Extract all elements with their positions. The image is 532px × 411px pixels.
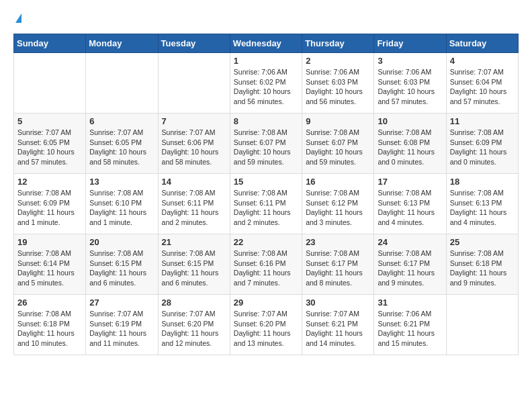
calendar-cell: 5Sunrise: 7:07 AM Sunset: 6:05 PM Daylig… <box>14 113 86 174</box>
day-info: Sunrise: 7:08 AM Sunset: 6:14 PM Dayligh… <box>17 248 82 288</box>
day-number: 7 <box>162 116 226 126</box>
day-number: 11 <box>450 116 515 126</box>
calendar-cell: 6Sunrise: 7:07 AM Sunset: 6:05 PM Daylig… <box>86 113 158 174</box>
day-number: 3 <box>378 56 442 66</box>
calendar-cell: 23Sunrise: 7:08 AM Sunset: 6:17 PM Dayli… <box>302 234 374 295</box>
weekday-header-row: SundayMondayTuesdayWednesdayThursdayFrid… <box>14 34 519 53</box>
day-info: Sunrise: 7:08 AM Sunset: 6:10 PM Dayligh… <box>89 188 154 228</box>
day-info: Sunrise: 7:08 AM Sunset: 6:09 PM Dayligh… <box>17 188 82 228</box>
calendar-cell: 16Sunrise: 7:08 AM Sunset: 6:12 PM Dayli… <box>302 174 374 234</box>
calendar-cell: 12Sunrise: 7:08 AM Sunset: 6:09 PM Dayli… <box>14 174 86 234</box>
calendar-cell: 27Sunrise: 7:07 AM Sunset: 6:19 PM Dayli… <box>86 295 158 355</box>
day-info: Sunrise: 7:08 AM Sunset: 6:08 PM Dayligh… <box>378 128 442 167</box>
calendar-cell <box>158 53 230 113</box>
day-info: Sunrise: 7:08 AM Sunset: 6:11 PM Dayligh… <box>162 188 226 228</box>
page-header <box>13 13 519 23</box>
day-number: 27 <box>89 298 154 308</box>
day-number: 13 <box>89 177 154 187</box>
calendar-cell: 28Sunrise: 7:07 AM Sunset: 6:20 PM Dayli… <box>158 295 230 355</box>
day-info: Sunrise: 7:08 AM Sunset: 6:13 PM Dayligh… <box>450 188 515 228</box>
week-row-5: 26Sunrise: 7:08 AM Sunset: 6:18 PM Dayli… <box>14 295 519 355</box>
day-number: 19 <box>17 237 82 247</box>
week-row-3: 12Sunrise: 7:08 AM Sunset: 6:09 PM Dayli… <box>14 174 519 234</box>
day-info: Sunrise: 7:07 AM Sunset: 6:20 PM Dayligh… <box>234 309 298 349</box>
day-info: Sunrise: 7:08 AM Sunset: 6:13 PM Dayligh… <box>378 188 442 228</box>
day-number: 12 <box>17 177 82 187</box>
day-info: Sunrise: 7:07 AM Sunset: 6:06 PM Dayligh… <box>162 128 226 167</box>
day-number: 4 <box>450 56 515 66</box>
day-number: 30 <box>306 298 370 308</box>
week-row-4: 19Sunrise: 7:08 AM Sunset: 6:14 PM Dayli… <box>14 234 519 295</box>
day-info: Sunrise: 7:06 AM Sunset: 6:21 PM Dayligh… <box>378 309 442 349</box>
day-info: Sunrise: 7:08 AM Sunset: 6:07 PM Dayligh… <box>306 128 370 167</box>
calendar-cell: 9Sunrise: 7:08 AM Sunset: 6:07 PM Daylig… <box>302 113 374 174</box>
day-number: 31 <box>378 298 442 308</box>
week-row-1: 1Sunrise: 7:06 AM Sunset: 6:02 PM Daylig… <box>14 53 519 113</box>
calendar: SundayMondayTuesdayWednesdayThursdayFrid… <box>13 34 519 355</box>
calendar-cell: 31Sunrise: 7:06 AM Sunset: 6:21 PM Dayli… <box>374 295 446 355</box>
day-number: 18 <box>450 177 515 187</box>
day-info: Sunrise: 7:07 AM Sunset: 6:21 PM Dayligh… <box>306 309 370 349</box>
day-info: Sunrise: 7:06 AM Sunset: 6:02 PM Dayligh… <box>234 67 298 107</box>
calendar-cell: 14Sunrise: 7:08 AM Sunset: 6:11 PM Dayli… <box>158 174 230 234</box>
weekday-header-sunday: Sunday <box>14 34 86 53</box>
day-info: Sunrise: 7:07 AM Sunset: 6:05 PM Dayligh… <box>89 128 154 167</box>
day-info: Sunrise: 7:07 AM Sunset: 6:20 PM Dayligh… <box>162 309 226 349</box>
day-number: 15 <box>234 177 298 187</box>
weekday-header-saturday: Saturday <box>446 34 518 53</box>
calendar-cell: 20Sunrise: 7:08 AM Sunset: 6:15 PM Dayli… <box>86 234 158 295</box>
calendar-cell: 26Sunrise: 7:08 AM Sunset: 6:18 PM Dayli… <box>14 295 86 355</box>
day-info: Sunrise: 7:07 AM Sunset: 6:04 PM Dayligh… <box>450 67 515 107</box>
day-number: 28 <box>162 298 226 308</box>
calendar-cell: 19Sunrise: 7:08 AM Sunset: 6:14 PM Dayli… <box>14 234 86 295</box>
day-number: 2 <box>306 56 370 66</box>
day-info: Sunrise: 7:08 AM Sunset: 6:17 PM Dayligh… <box>306 248 370 288</box>
calendar-cell: 15Sunrise: 7:08 AM Sunset: 6:11 PM Dayli… <box>230 174 302 234</box>
day-number: 23 <box>306 237 370 247</box>
day-number: 5 <box>17 116 82 126</box>
calendar-cell: 18Sunrise: 7:08 AM Sunset: 6:13 PM Dayli… <box>446 174 518 234</box>
day-number: 25 <box>450 237 515 247</box>
day-number: 16 <box>306 177 370 187</box>
weekday-header-wednesday: Wednesday <box>230 34 302 53</box>
day-number: 6 <box>89 116 154 126</box>
weekday-header-tuesday: Tuesday <box>158 34 230 53</box>
calendar-cell <box>14 53 86 113</box>
calendar-cell: 11Sunrise: 7:08 AM Sunset: 6:09 PM Dayli… <box>446 113 518 174</box>
calendar-cell: 7Sunrise: 7:07 AM Sunset: 6:06 PM Daylig… <box>158 113 230 174</box>
calendar-cell: 21Sunrise: 7:08 AM Sunset: 6:15 PM Dayli… <box>158 234 230 295</box>
day-number: 9 <box>306 116 370 126</box>
day-number: 24 <box>378 237 442 247</box>
day-info: Sunrise: 7:08 AM Sunset: 6:18 PM Dayligh… <box>450 248 515 288</box>
calendar-cell <box>446 295 518 355</box>
calendar-cell: 4Sunrise: 7:07 AM Sunset: 6:04 PM Daylig… <box>446 53 518 113</box>
day-number: 29 <box>234 298 298 308</box>
day-info: Sunrise: 7:07 AM Sunset: 6:05 PM Dayligh… <box>17 128 82 167</box>
day-info: Sunrise: 7:08 AM Sunset: 6:09 PM Dayligh… <box>450 128 515 167</box>
calendar-cell: 1Sunrise: 7:06 AM Sunset: 6:02 PM Daylig… <box>230 53 302 113</box>
calendar-cell: 17Sunrise: 7:08 AM Sunset: 6:13 PM Dayli… <box>374 174 446 234</box>
day-number: 22 <box>234 237 298 247</box>
weekday-header-friday: Friday <box>374 34 446 53</box>
day-info: Sunrise: 7:06 AM Sunset: 6:03 PM Dayligh… <box>378 67 442 107</box>
day-number: 10 <box>378 116 442 126</box>
calendar-cell: 3Sunrise: 7:06 AM Sunset: 6:03 PM Daylig… <box>374 53 446 113</box>
day-info: Sunrise: 7:06 AM Sunset: 6:03 PM Dayligh… <box>306 67 370 107</box>
day-number: 8 <box>234 116 298 126</box>
weekday-header-monday: Monday <box>86 34 158 53</box>
day-number: 17 <box>378 177 442 187</box>
day-info: Sunrise: 7:08 AM Sunset: 6:15 PM Dayligh… <box>89 248 154 288</box>
day-info: Sunrise: 7:08 AM Sunset: 6:17 PM Dayligh… <box>378 248 442 288</box>
day-number: 26 <box>17 298 82 308</box>
calendar-cell: 8Sunrise: 7:08 AM Sunset: 6:07 PM Daylig… <box>230 113 302 174</box>
day-info: Sunrise: 7:08 AM Sunset: 6:16 PM Dayligh… <box>234 248 298 288</box>
day-info: Sunrise: 7:08 AM Sunset: 6:12 PM Dayligh… <box>306 188 370 228</box>
day-info: Sunrise: 7:07 AM Sunset: 6:19 PM Dayligh… <box>89 309 154 349</box>
weekday-header-thursday: Thursday <box>302 34 374 53</box>
day-number: 1 <box>234 56 298 66</box>
day-number: 14 <box>162 177 226 187</box>
day-number: 21 <box>162 237 226 247</box>
calendar-cell: 29Sunrise: 7:07 AM Sunset: 6:20 PM Dayli… <box>230 295 302 355</box>
calendar-cell: 10Sunrise: 7:08 AM Sunset: 6:08 PM Dayli… <box>374 113 446 174</box>
calendar-cell: 30Sunrise: 7:07 AM Sunset: 6:21 PM Dayli… <box>302 295 374 355</box>
